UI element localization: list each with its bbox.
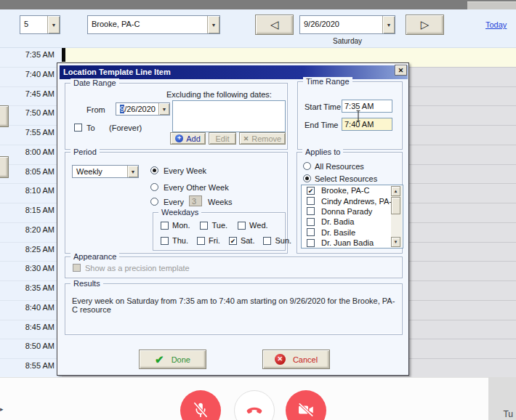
from-date-value: 9/26/2020 [116,103,158,115]
weekday-checkbox[interactable]: Thu. [161,236,188,245]
precision-template-label: Show as a precision template [85,264,190,272]
start-time-label: Start Time [305,102,341,111]
weekday-checkbox[interactable]: ✔Sat. [229,236,255,245]
provider-combo[interactable]: Brooke, PA-C ▼ [87,15,220,34]
results-group: Results Every week on Saturday from 7:35… [65,283,403,335]
weekday-checkbox[interactable]: Sun. [263,236,291,245]
chevron-up-icon[interactable]: ▲ [391,186,400,196]
scrollbar-thumb[interactable] [391,197,400,214]
resource-item[interactable]: Dr. Badia [302,217,403,227]
select-resources-radio[interactable] [303,174,311,182]
mute-microphone-button[interactable] [180,390,221,420]
prev-arrow-icon: ◁ [270,18,279,31]
done-label: Done [172,355,190,364]
next-day-button[interactable]: ▷ [406,15,444,35]
chevron-down-icon[interactable]: ▼ [158,103,169,115]
slot-count-value: 5 [20,16,47,33]
checkbox-icon[interactable] [307,239,315,247]
checkbox-icon[interactable] [238,222,246,230]
chevron-down-icon[interactable]: ▼ [382,16,395,33]
resource-item[interactable]: Dr. Juan Badia [302,238,403,248]
slot-cursor [62,48,65,62]
checkbox-icon[interactable] [307,218,315,226]
edit-date-button[interactable]: Edit [209,132,236,145]
end-time-input[interactable]: 7:40 AM [342,118,392,131]
checkbox-icon[interactable] [307,207,315,215]
checkbox-icon[interactable] [200,222,208,230]
excluded-dates-list[interactable] [172,100,286,132]
today-link[interactable]: Today [485,20,507,29]
checkbox-icon[interactable] [307,228,315,236]
prev-day-button[interactable]: ◁ [255,15,294,35]
checkbox-icon[interactable] [161,237,169,245]
hang-up-button[interactable] [234,390,275,420]
resource-item[interactable]: Donna Parady [302,206,403,217]
weekday-checkbox[interactable]: Mon. [161,221,190,230]
checkbox-checked-icon[interactable]: ✔ [307,187,315,195]
dialog-title[interactable]: Location Template Line Item [60,65,408,79]
select-resources-label: Select Resources [315,174,377,183]
to-checkbox[interactable] [74,124,82,132]
resource-item[interactable] [302,248,403,249]
checkbox-icon[interactable] [263,237,271,245]
weekday-label: Sun. [275,236,291,245]
weekday-label: Fri. [209,236,220,245]
time-label: 7:40 AM [0,67,62,86]
resource-item[interactable]: ✔Brooke, PA-C [302,185,403,195]
period-label: Period [70,148,100,156]
every-week-radio[interactable] [150,166,158,174]
add-icon: + [175,134,183,142]
resource-item[interactable]: Dr. Basile [302,227,403,238]
chevron-down-icon[interactable]: ▼ [127,166,138,177]
every-other-week-label: Every Other Week [164,183,229,192]
left-edge-button[interactable] [0,105,9,127]
chevron-down-icon[interactable]: ▼ [391,237,400,247]
date-combo[interactable]: 9/26/2020 ▼ [299,15,395,34]
left-edge-button[interactable] [0,156,9,178]
camera-off-icon [297,400,315,420]
location-template-dialog: Location Template Line Item ✕ Date Range… [57,62,409,376]
add-date-button[interactable]: + Add [170,132,206,145]
close-icon[interactable]: ✕ [395,65,407,76]
remove-date-button[interactable]: ✕ Remove [239,132,286,145]
cancel-button[interactable]: ✕ Cancel [262,350,330,369]
time-label: 8:05 AM [0,164,62,184]
scrollbar[interactable]: ▲ ▼ [391,186,402,247]
time-label: 8:35 AM [0,280,62,300]
titlebar-tab[interactable] [467,1,516,9]
weekday-checkbox[interactable]: Fri. [197,236,220,245]
done-button[interactable]: ✔ Done [139,350,206,369]
slot-count-combo[interactable]: 5 ▼ [20,15,60,34]
weekday-row: Mon.Tue.Wed. [161,221,268,230]
chevron-down-icon[interactable]: ▼ [207,16,219,33]
every-other-week-radio[interactable] [150,183,158,191]
checkbox-icon[interactable] [197,237,205,245]
every-n-weeks-radio[interactable] [150,198,158,206]
checkbox-icon[interactable] [307,197,315,205]
weekday-checkbox[interactable]: Tue. [200,221,227,230]
all-resources-radio[interactable] [303,162,311,170]
from-date-combo[interactable]: 9/26/2020 ▼ [116,102,170,116]
microphone-off-icon [191,400,210,420]
schedule-toolbar: 5 ▼ Brooke, PA-C ▼ ◁ 9/26/2020 ▼ ▷ Today… [0,9,516,48]
time-label: 8:10 AM [0,183,62,203]
checkbox-checked-icon[interactable]: ✔ [229,237,237,245]
period-combo[interactable]: Weekly ▼ [72,165,139,178]
every-label: Every [164,198,184,206]
precision-template-checkbox[interactable] [73,264,81,272]
day-of-week-label: Saturday [299,37,395,45]
weekday-checkbox[interactable]: Wed. [238,221,267,230]
checkbox-icon[interactable] [161,222,169,230]
weekday-label: Thu. [172,236,188,245]
date-range-label: Date Range [70,78,119,87]
start-time-input[interactable]: 7:35 AM [342,100,392,113]
applies-to-label: Applies to [302,148,343,156]
every-n-input[interactable]: 3 [189,195,202,206]
camera-off-button[interactable] [286,390,326,420]
chevron-down-icon[interactable]: ▼ [47,16,60,33]
date-range-group: Date Range From 9/26/2020 ▼ To (Forever)… [65,83,288,150]
resource-list[interactable]: ▲ ▼ ✔Brooke, PA-CCindy Andrews, PA-CDonn… [301,185,403,249]
resource-item[interactable]: Cindy Andrews, PA-C [302,195,403,206]
resource-name: Dr. Badia [321,217,354,226]
cancel-x-icon: ✕ [275,354,286,365]
